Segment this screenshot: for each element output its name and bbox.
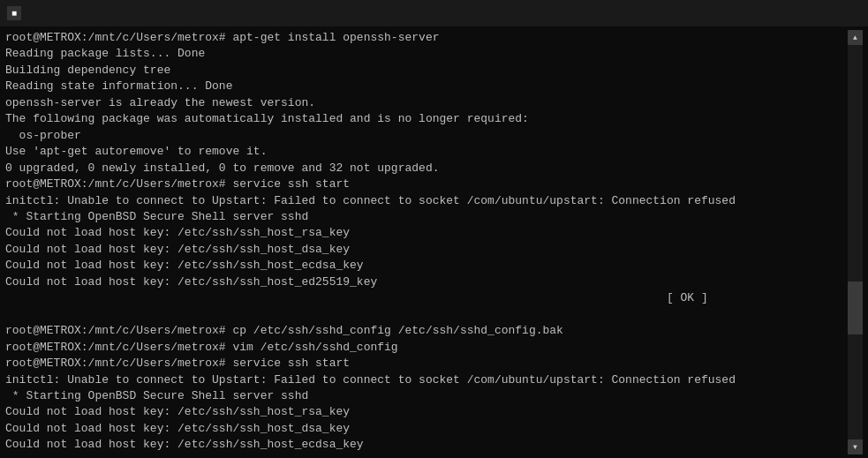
scroll-thumb[interactable] [848, 282, 863, 334]
terminal-line: initctl: Unable to connect to Upstart: F… [5, 193, 848, 209]
maximize-button[interactable] [780, 0, 820, 26]
terminal-line: Could not load host key: /etc/ssh/ssh_ho… [5, 437, 848, 453]
title-bar-left: ■ [7, 6, 28, 20]
terminal-body[interactable]: root@METROX:/mnt/c/Users/metrox# apt-get… [0, 26, 868, 458]
terminal-content: root@METROX:/mnt/c/Users/metrox# apt-get… [5, 30, 848, 454]
terminal-line: initctl: Unable to connect to Upstart: F… [5, 372, 848, 388]
terminal-line: Use 'apt-get autoremove' to remove it. [5, 144, 848, 160]
terminal-line: * Starting OpenBSD Secure Shell server s… [5, 388, 848, 404]
terminal-line: Could not load host key: /etc/ssh/ssh_ho… [5, 242, 848, 258]
scroll-up-button[interactable]: ▲ [848, 30, 863, 45]
window-controls [739, 0, 861, 26]
terminal-line: Could not load host key: /etc/ssh/ssh_ho… [5, 421, 848, 437]
scrollbar[interactable]: ▲ ▼ [848, 30, 863, 454]
terminal-line: Reading package lists... Done [5, 46, 848, 62]
terminal-line: Could not load host key: /etc/ssh/ssh_ho… [5, 274, 848, 290]
terminal-line: root@METROX:/mnt/c/Users/metrox# service… [5, 176, 848, 192]
terminal-line: root@METROX:/mnt/c/Users/metrox# vim /et… [5, 340, 848, 356]
terminal-line: 0 upgraded, 0 newly installed, 0 to remo… [5, 161, 848, 176]
close-button[interactable] [820, 0, 861, 26]
terminal-window: ■ root@METROX:/mnt/c/Users/metrox# apt-g… [0, 0, 868, 458]
terminal-line: Reading state information... Done [5, 79, 848, 94]
terminal-line: root@METROX:/mnt/c/Users/metrox# apt-get… [5, 30, 848, 46]
terminal-line: Could not load host key: /etc/ssh/ssh_ho… [5, 225, 848, 241]
terminal-line: root@METROX:/mnt/c/Users/metrox# service… [5, 356, 848, 372]
title-bar: ■ [0, 0, 868, 26]
terminal-line: openssh-server is already the newest ver… [5, 95, 848, 111]
terminal-icon: ■ [7, 6, 21, 20]
terminal-line: Could not load host key: /etc/ssh/ssh_ho… [5, 454, 848, 454]
terminal-line: Could not load host key: /etc/ssh/ssh_ho… [5, 258, 848, 274]
terminal-line: os-prober [5, 128, 848, 144]
scroll-down-button[interactable]: ▼ [848, 439, 863, 454]
minimize-button[interactable] [739, 0, 780, 26]
terminal-line: root@METROX:/mnt/c/Users/metrox# cp /etc… [5, 323, 848, 339]
terminal-line: The following package was automatically … [5, 111, 848, 127]
terminal-line: Could not load host key: /etc/ssh/ssh_ho… [5, 404, 848, 420]
terminal-line: Building dependency tree [5, 63, 848, 79]
terminal-line: [ OK ] [5, 290, 848, 306]
scroll-track[interactable] [848, 45, 863, 439]
terminal-line: * Starting OpenBSD Secure Shell server s… [5, 209, 848, 225]
terminal-line [5, 307, 848, 323]
